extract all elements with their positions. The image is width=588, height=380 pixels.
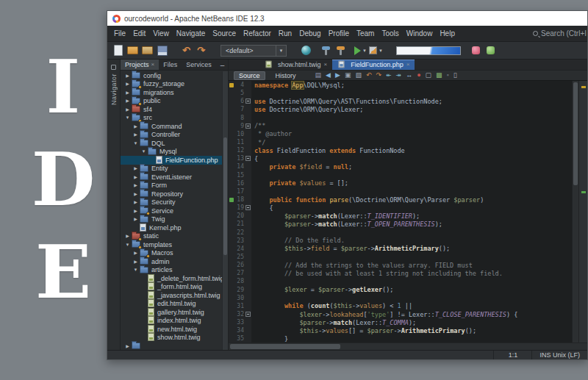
tree-item-form-html-twig[interactable]: _form.html.twig: [121, 283, 228, 292]
tab-projects[interactable]: Projects ×: [121, 60, 159, 70]
new-project-button[interactable]: [126, 44, 139, 57]
tree-item-articles[interactable]: ▼articles: [121, 266, 228, 275]
expand-icon[interactable]: ▶: [132, 200, 139, 204]
window-titlebar[interactable]: ourcodeworld - Apache NetBeans IDE 12.3: [107, 11, 587, 26]
gutter[interactable]: 24: [229, 245, 251, 253]
tree-scrollbar[interactable]: [222, 71, 228, 350]
fold-toggle[interactable]: [244, 123, 251, 129]
menu-item-team[interactable]: Team: [353, 27, 378, 40]
collapse-fold-icon[interactable]: [245, 98, 251, 104]
expand-icon[interactable]: ▶: [124, 344, 131, 348]
tab-projects-close-icon[interactable]: ×: [151, 62, 155, 68]
tree-item-command[interactable]: ▶Command: [121, 122, 228, 131]
comment-icon[interactable]: ▢: [426, 72, 432, 79]
expand-icon[interactable]: ▶: [132, 183, 139, 187]
menu-item-file[interactable]: File: [110, 27, 129, 40]
navigator-strip[interactable]: Navigator: [107, 60, 121, 350]
menu-item-window[interactable]: Window: [403, 27, 437, 40]
tree-item-src[interactable]: ▼src: [121, 114, 228, 123]
memory-icon[interactable]: ▯: [453, 72, 457, 79]
highlight-icon[interactable]: ▧: [355, 72, 362, 79]
code-editor[interactable]: 4namespace App\DQL\Mysql;56use Doctrine\…: [229, 81, 572, 343]
panel-minimize-button[interactable]: –: [216, 60, 229, 70]
editor-tab-show-html-twig[interactable]: show.html.twig×: [259, 60, 332, 70]
project-tree[interactable]: ▶config▶fuzzy_storage▶migrations▶public▶…: [121, 71, 228, 350]
gutter[interactable]: 8: [229, 114, 251, 122]
editor-vertical-scrollbar[interactable]: [572, 81, 578, 343]
gutter[interactable]: 26: [229, 261, 251, 269]
expand-icon[interactable]: ▶: [124, 74, 131, 78]
undo-button[interactable]: ↶: [180, 44, 193, 57]
gutter[interactable]: 10: [229, 130, 251, 138]
save-all-button[interactable]: [156, 44, 168, 57]
expand-icon[interactable]: ▶: [132, 132, 139, 137]
menu-item-help[interactable]: Help: [436, 27, 459, 40]
tree-item-controller[interactable]: ▶Controller: [121, 131, 228, 140]
menu-item-profile[interactable]: Profile: [325, 27, 353, 40]
collapse-fold-icon[interactable]: [245, 156, 251, 161]
gutter[interactable]: 34: [229, 326, 251, 334]
gutter[interactable]: 29: [229, 286, 251, 294]
menu-item-view[interactable]: View: [149, 27, 173, 40]
tree-item-mysql[interactable]: ▼Mysql: [121, 148, 228, 157]
gc-icon[interactable]: [484, 44, 497, 57]
gutter[interactable]: 18: [229, 196, 251, 204]
menu-item-navigate[interactable]: Navigate: [173, 27, 209, 40]
clean-build-button[interactable]: [334, 44, 347, 57]
tree-item-entity[interactable]: ▶Entity: [121, 165, 228, 173]
gutter[interactable]: 22: [229, 229, 251, 237]
gutter[interactable]: 25: [229, 253, 251, 261]
gutter[interactable]: 16: [229, 179, 251, 187]
gutter[interactable]: 15: [229, 171, 251, 179]
expand-icon[interactable]: ▶: [132, 217, 139, 221]
fold-toggle[interactable]: [244, 156, 251, 161]
find-selection-icon[interactable]: ▣: [345, 72, 351, 79]
expand-icon[interactable]: ▶: [132, 209, 139, 213]
config-select[interactable]: <default>▼: [220, 45, 287, 57]
tab-close-icon[interactable]: ×: [324, 62, 328, 68]
prev-occurrence-icon[interactable]: ↶: [366, 72, 372, 79]
expand-icon[interactable]: ▶: [132, 192, 139, 196]
gutter[interactable]: 5: [229, 89, 251, 97]
forward-icon[interactable]: ▶: [335, 72, 340, 79]
tree-item-delete-form-html-twig[interactable]: _delete_form.html.twig: [121, 274, 228, 283]
tree-item-form[interactable]: ▶Form: [121, 182, 228, 190]
open-project-button[interactable]: [141, 44, 154, 57]
tree-item-eventlistener[interactable]: ▶EventListener: [121, 173, 228, 182]
gutter[interactable]: 30: [229, 294, 251, 302]
expand-icon[interactable]: ▶: [124, 90, 131, 95]
error-stripe-warning-mark[interactable]: [581, 86, 586, 88]
fold-toggle[interactable]: [244, 312, 251, 317]
history-view-button[interactable]: History: [270, 71, 301, 80]
expand-icon[interactable]: ▶: [124, 98, 131, 103]
breakpoint-icon[interactable]: ●: [417, 72, 420, 79]
deploy-icon[interactable]: [300, 44, 312, 57]
macro-record-icon[interactable]: ▪: [447, 72, 449, 79]
new-file-button[interactable]: [112, 44, 124, 57]
gutter[interactable]: 31: [229, 302, 251, 310]
tree-item-gallery-html-twig[interactable]: gallery.html.twig: [121, 308, 228, 317]
tab-files[interactable]: Files: [159, 60, 182, 70]
expand-icon[interactable]: ▶: [132, 175, 139, 179]
menu-item-debug[interactable]: Debug: [295, 27, 324, 40]
gutter[interactable]: 11: [229, 138, 251, 146]
fold-toggle[interactable]: [244, 98, 251, 104]
collapse-icon[interactable]: ▼: [140, 149, 147, 154]
tree-item-macros[interactable]: ▶Macros: [121, 249, 228, 258]
collapse-icon[interactable]: ▼: [124, 243, 131, 247]
gutter[interactable]: 17: [229, 187, 251, 196]
gutter[interactable]: 13: [229, 154, 251, 162]
gutter[interactable]: 19: [229, 204, 251, 212]
editor-tab-fieldfunction-php[interactable]: FieldFunction.php×: [332, 60, 415, 70]
prev-bookmark-icon[interactable]: ↞: [386, 72, 392, 79]
gutter[interactable]: 35: [229, 334, 251, 343]
menu-item-run[interactable]: Run: [275, 27, 295, 40]
tree-item-fieldfunction-php[interactable]: FieldFunction.php: [121, 156, 228, 165]
collapse-fold-icon[interactable]: [245, 205, 251, 210]
tree-item-admin[interactable]: ▶admin: [121, 257, 228, 266]
build-project-button[interactable]: [320, 44, 332, 57]
menu-item-edit[interactable]: Edit: [129, 27, 149, 40]
tree-item-service[interactable]: ▶Service: [121, 207, 228, 215]
source-view-button[interactable]: Source: [234, 71, 265, 80]
gutter[interactable]: 9: [229, 122, 251, 130]
